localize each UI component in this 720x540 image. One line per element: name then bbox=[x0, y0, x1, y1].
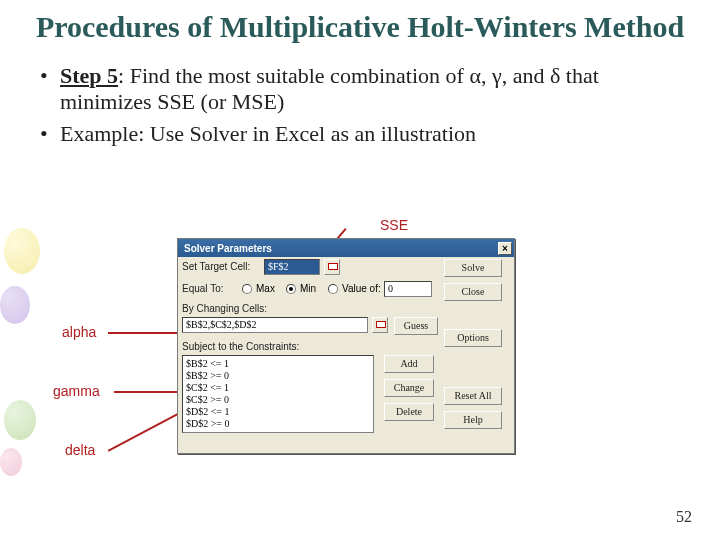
decoration-balloon bbox=[0, 448, 22, 476]
reset-all-button[interactable]: Reset All bbox=[444, 387, 502, 405]
options-button[interactable]: Options bbox=[444, 329, 502, 347]
page-number: 52 bbox=[676, 508, 692, 526]
decoration-balloon bbox=[0, 286, 30, 324]
value-of-input[interactable]: 0 bbox=[384, 281, 432, 297]
radio-min-label: Min bbox=[300, 283, 316, 294]
list-item[interactable]: $B$2 <= 1 bbox=[186, 358, 370, 370]
decoration-balloon bbox=[4, 400, 36, 440]
list-item[interactable]: $C$2 <= 1 bbox=[186, 382, 370, 394]
guess-button[interactable]: Guess bbox=[394, 317, 438, 335]
close-dialog-button[interactable]: Close bbox=[444, 283, 502, 301]
refedit-icon[interactable] bbox=[372, 317, 388, 333]
delete-button[interactable]: Delete bbox=[384, 403, 434, 421]
close-button[interactable]: × bbox=[498, 242, 512, 255]
annotation-alpha: alpha bbox=[62, 324, 96, 340]
radio-min[interactable]: Min bbox=[286, 283, 316, 294]
refedit-icon[interactable] bbox=[324, 259, 340, 275]
radio-max[interactable]: Max bbox=[242, 283, 275, 294]
bullet-example: Example: Use Solver in Excel as an illus… bbox=[40, 121, 680, 147]
list-item[interactable]: $B$2 >= 0 bbox=[186, 370, 370, 382]
add-button[interactable]: Add bbox=[384, 355, 434, 373]
annotation-sse: SSE bbox=[380, 217, 408, 233]
step-text: : Find the most suitable combination of … bbox=[60, 63, 599, 114]
radio-value-label: Value of: bbox=[342, 283, 381, 294]
annotation-delta: delta bbox=[65, 442, 95, 458]
constraints-label: Subject to the Constraints: bbox=[182, 341, 299, 352]
dialog-titlebar[interactable]: Solver Parameters × bbox=[178, 239, 514, 257]
solve-button[interactable]: Solve bbox=[444, 259, 502, 277]
list-item[interactable]: $D$2 <= 1 bbox=[186, 406, 370, 418]
help-button[interactable]: Help bbox=[444, 411, 502, 429]
annotation-gamma: gamma bbox=[53, 383, 100, 399]
radio-max-label: Max bbox=[256, 283, 275, 294]
decoration-balloon bbox=[4, 228, 40, 274]
change-button[interactable]: Change bbox=[384, 379, 434, 397]
step-label: Step 5 bbox=[60, 63, 118, 88]
bullet-step5: Step 5: Find the most suitable combinati… bbox=[40, 63, 680, 115]
constraints-listbox[interactable]: $B$2 <= 1 $B$2 >= 0 $C$2 <= 1 $C$2 >= 0 … bbox=[182, 355, 374, 433]
changing-cells-input[interactable]: $B$2,$C$2,$D$2 bbox=[182, 317, 368, 333]
list-item[interactable]: $D$2 >= 0 bbox=[186, 418, 370, 430]
radio-value-of[interactable]: Value of: bbox=[328, 283, 381, 294]
equal-to-label: Equal To: bbox=[182, 283, 224, 294]
dialog-title: Solver Parameters bbox=[184, 243, 272, 254]
target-cell-input[interactable]: $F$2 bbox=[264, 259, 320, 275]
solver-dialog: Solver Parameters × Set Target Cell: $F$… bbox=[177, 238, 515, 454]
list-item[interactable]: $C$2 >= 0 bbox=[186, 394, 370, 406]
changing-cells-label: By Changing Cells: bbox=[182, 303, 267, 314]
target-cell-label: Set Target Cell: bbox=[182, 261, 250, 272]
slide-title: Procedures of Multiplicative Holt-Winter… bbox=[0, 0, 720, 51]
